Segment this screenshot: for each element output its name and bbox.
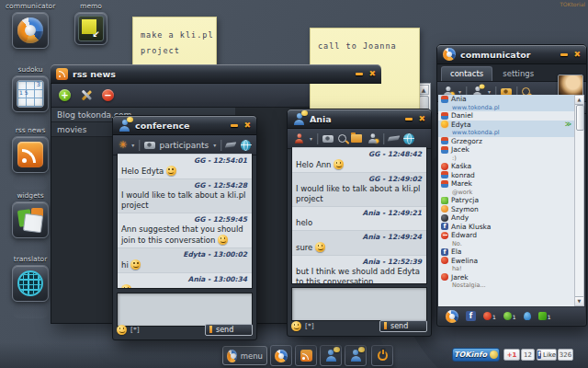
dock-item-button[interactable]: [12, 75, 49, 112]
ania-message-input[interactable]: [291, 287, 427, 321]
taskbar-item-ania-chat[interactable]: [345, 345, 367, 366]
green-square-statusbar-icon[interactable]: 1: [538, 312, 551, 320]
minimize-button[interactable]: [356, 73, 363, 75]
dock-item-communicator[interactable]: communicator: [6, 2, 55, 65]
contact-row[interactable]: Kaśka: [438, 162, 574, 171]
contact-row[interactable]: Szymon: [438, 205, 574, 214]
contact-row[interactable]: Andy: [438, 213, 574, 223]
webcam-icon[interactable]: [322, 135, 334, 143]
search-icon[interactable]: [338, 134, 346, 143]
plusone-button[interactable]: +1: [503, 349, 520, 361]
webcam-icon[interactable]: [144, 142, 154, 149]
contact-row[interactable]: Ewelina: [438, 257, 574, 266]
contact-row[interactable]: Daniel: [438, 111, 574, 121]
swirl-statusbar-icon[interactable]: [446, 310, 458, 323]
minimize-button[interactable]: [405, 118, 413, 121]
memo-shortcut[interactable]: memo: [66, 2, 116, 45]
minimize-button[interactable]: [560, 53, 568, 56]
scroll-thumb[interactable]: [576, 105, 584, 131]
tab-contacts[interactable]: contacts: [441, 66, 492, 81]
contact-row[interactable]: Jacek: [438, 145, 574, 155]
communicator-titlebar[interactable]: communicator ✖: [437, 45, 586, 64]
contact-status-text: :): [438, 155, 574, 163]
blue-drop-icon: [524, 312, 531, 320]
message-sender-time: Ania - 12:52:39: [292, 257, 426, 266]
send-button[interactable]: send: [205, 324, 253, 336]
participants-caret-icon[interactable]: ▾: [213, 142, 216, 148]
contact-name: Szymon: [451, 205, 479, 213]
memo-button[interactable]: [74, 12, 107, 45]
scroll-up-icon[interactable]: ▲: [575, 96, 583, 105]
red-ball-statusbar-icon[interactable]: 1: [483, 312, 496, 320]
status-burst-icon[interactable]: ✳: [119, 140, 127, 150]
like-button[interactable]: f Like: [537, 349, 557, 361]
contact-row[interactable]: Jarek: [438, 273, 574, 282]
contact-row[interactable]: Ania: [438, 95, 574, 104]
add-participant-icon[interactable]: [368, 133, 377, 143]
contact-row[interactable]: Patrycja: [438, 196, 574, 205]
add-contact-caret-icon[interactable]: ▾: [458, 88, 461, 95]
contact-row[interactable]: Edyta≫: [438, 121, 574, 130]
share-icon[interactable]: ≫: [565, 121, 571, 128]
dock-item-button[interactable]: [12, 12, 49, 49]
contact-row[interactable]: fEla: [438, 247, 574, 257]
taskbar-item-power[interactable]: [371, 345, 393, 366]
contact-row[interactable]: Marek: [438, 179, 574, 189]
conference-message-list: GG - 12:54:01Helo Edyta GG - 12:54:28I w…: [117, 154, 253, 289]
contact-status-icon[interactable]: [294, 133, 303, 143]
status-caret-icon[interactable]: ▾: [131, 142, 134, 148]
close-button[interactable]: ✖: [418, 115, 425, 123]
emoticon-hint: [*]: [305, 322, 314, 330]
add-feed-icon[interactable]: +: [59, 89, 71, 101]
dock-item-button[interactable]: [12, 201, 49, 238]
status-caret-icon[interactable]: ▾: [310, 135, 312, 142]
participants-button[interactable]: participants: [160, 141, 209, 150]
close-button[interactable]: ✖: [368, 70, 376, 78]
notification-count: 1: [548, 314, 551, 320]
status-gg-icon: [441, 112, 448, 120]
tokinfo-button[interactable]: TOKinfo: [452, 348, 500, 362]
taskbar-item-rss-news[interactable]: [295, 345, 317, 366]
contact-list-scrollbar[interactable]: ▲ ▼: [574, 95, 584, 306]
plusone-label: +1: [507, 351, 517, 359]
translate-icon[interactable]: [241, 140, 251, 151]
taskbar-item-communicator[interactable]: [270, 345, 292, 366]
taskbar-item-conference-chat[interactable]: [320, 345, 342, 366]
minimize-button[interactable]: [231, 124, 238, 127]
contact-row[interactable]: konrad: [438, 171, 574, 180]
dock-item-button[interactable]: [12, 136, 49, 173]
contact-name: Kaśka: [451, 162, 471, 170]
remove-feed-icon[interactable]: −: [102, 89, 114, 101]
rss-titlebar[interactable]: rss news ✖: [51, 64, 381, 84]
ania-titlebar[interactable]: Ania ✖: [288, 109, 431, 129]
tab-settings[interactable]: settings: [494, 67, 542, 81]
emoticon-picker-icon[interactable]: [291, 321, 301, 331]
contact-name: Edward: [451, 231, 477, 239]
chat-message: Ania - 12:52:39but I think we should add…: [292, 255, 426, 284]
contact-row[interactable]: Edward: [438, 231, 574, 240]
contact-row[interactable]: Grzegorz: [438, 137, 574, 146]
translate-icon[interactable]: [403, 133, 414, 144]
green-ball-statusbar-icon[interactable]: 1: [503, 312, 516, 320]
groups-caret-icon[interactable]: ▾: [488, 88, 491, 95]
send-button[interactable]: send: [379, 320, 427, 332]
dock-item-rss-news[interactable]: rss news: [6, 126, 55, 190]
dock-item-widgets[interactable]: widgets: [6, 191, 55, 255]
archive-icon[interactable]: [351, 134, 362, 143]
note-text: make a kli.pl: [141, 30, 209, 40]
conference-titlebar[interactable]: conference ✖: [113, 116, 256, 135]
dock-item-sudoku[interactable]: sudoku: [6, 65, 55, 129]
menu-button[interactable]: menu: [222, 346, 267, 365]
tools-icon[interactable]: [80, 89, 93, 101]
clear-icon[interactable]: [388, 135, 401, 141]
clear-icon[interactable]: [225, 142, 237, 147]
contact-row[interactable]: fAnia Kluska: [438, 223, 574, 232]
close-button[interactable]: ✖: [243, 121, 251, 130]
dock-item-translator[interactable]: translator: [6, 255, 55, 318]
facebook-statusbar-icon[interactable]: f: [466, 311, 476, 321]
blue-drop-statusbar-icon[interactable]: [524, 312, 531, 320]
emoticon-picker-icon[interactable]: [117, 325, 127, 335]
dock-item-button[interactable]: [12, 265, 49, 302]
close-button[interactable]: ✖: [573, 51, 581, 59]
scroll-down-icon[interactable]: ▼: [575, 296, 583, 305]
